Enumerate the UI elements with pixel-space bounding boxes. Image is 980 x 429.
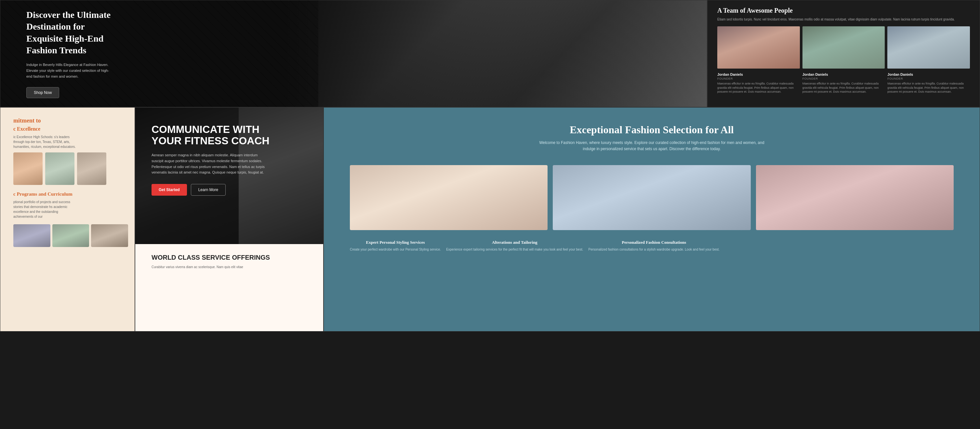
team-member-1-desc: Maecenas efficitur in ante eu fringilla.… [717,81,800,94]
team-member-2-role: FOUNDER [802,77,885,80]
team-photos [717,26,970,68]
fashion-hero-panel: Discover the Ultimate Destination for Ex… [0,0,707,107]
fashion-service-2: Alterations and Tailoring Experience exp… [446,240,583,252]
team-subtitle: Etiam sed lobortis turpis. Nunc vel tinc… [717,17,970,22]
team-member-1: Jordan Daniels FOUNDER Maecenas efficitu… [717,73,800,94]
fashion-service-2-title: Alterations and Tailoring [446,240,583,245]
team-member-1-role: FOUNDER [717,77,800,80]
team-member-3-name: Jordan Daniels [887,73,970,76]
academic-bottom-photos [13,224,128,247]
team-members-row: Jordan Daniels FOUNDER Maecenas efficitu… [717,73,970,94]
fashion-right-panel: Exceptional Fashion Selection for All We… [323,107,980,332]
team-member-2: Jordan Daniels FOUNDER Maecenas efficitu… [802,73,885,94]
fitness-description: Aenean semper magna in nibh aliquam mole… [151,153,269,175]
get-started-button[interactable]: Get Started [151,184,187,195]
fashion-hero-desc: Indulge in Beverly Hills Elegance at Fas… [26,62,111,79]
fitness-bottom: WORLD CLASS SERVICE OFFERINGS Curabitur … [135,244,323,331]
team-member-3-desc: Maecenas efficitur in ante eu fringilla.… [887,81,970,94]
fitness-panel: COMMUNICATE WITH YOUR FITNESS COACH Aene… [135,107,323,332]
fashion-service-2-desc: Experience expert tailoring services for… [446,247,583,252]
team-heading: A Team of Awesome People [717,7,970,14]
team-photo-2 [802,26,885,68]
team-photo-1 [717,26,800,68]
academic-bottom-photo-2 [52,224,89,247]
team-photo-3 [887,26,970,68]
world-class-desc: Curabitur varius viverra diam ac sceleri… [151,265,307,269]
world-class-heading: WORLD CLASS SERVICE OFFERINGS [151,254,307,261]
fashion-service-3-desc: Personalized fashion consultations for a… [588,247,719,252]
team-member-1-name: Jordan Daniels [717,73,800,76]
academic-heading2: c Excellence [13,126,128,132]
academic-photo-2 [45,153,75,185]
team-member-3: Jordan Daniels FOUNDER Maecenas efficitu… [887,73,970,94]
fashion-hero-heading: Discover the Ultimate Destination for Ex… [26,9,118,57]
programs-title: c Programs and Curriculum [13,191,128,197]
fashion-service-3-title: Personalized Fashion Consultations [588,240,719,245]
fashion-service-3: Personalized Fashion Consultations Perso… [588,240,719,252]
academic-text1: ic Excellence High Schools: s's leaders … [13,135,78,149]
academic-panel: mitment to c Excellence ic Excellence Hi… [0,107,135,332]
fashion-services-row: Expert Personal Styling Services Create … [350,240,954,252]
academic-photos-row [13,153,128,185]
team-member-2-desc: Maecenas efficitur in ante eu fringilla.… [802,81,885,94]
shop-now-button[interactable]: Shop Now [26,87,59,98]
fashion-photo-1 [350,165,547,230]
fashion-photo-3 [756,165,954,230]
fashion-service-1-title: Expert Personal Styling Services [350,240,441,245]
fitness-btn-row: Get Started Learn More [151,184,307,195]
fashion-photos-row [350,165,954,230]
academic-bottom-photo-1 [13,224,50,247]
team-member-3-role: FOUNDER [887,77,970,80]
learn-more-fitness-button[interactable]: Learn More [191,184,226,195]
team-member-2-name: Jordan Daniels [802,73,885,76]
fashion-service-1: Expert Personal Styling Services Create … [350,240,441,252]
academic-bottom-photo-3 [91,224,128,247]
academic-photo-1 [13,153,43,185]
fashion-right-heading: Exceptional Fashion Selection for All [350,124,954,136]
fitness-heading: COMMUNICATE WITH YOUR FITNESS COACH [151,124,275,146]
academic-heading1: mitment to [13,117,128,124]
academic-photo-3 [77,153,106,185]
team-panel: A Team of Awesome People Etiam sed lobor… [707,0,980,107]
fitness-top: COMMUNICATE WITH YOUR FITNESS COACH Aene… [135,108,323,244]
fashion-service-1-desc: Create your perfect wardrobe with our Pe… [350,247,441,252]
programs-text: ptional portfolio of projects and succes… [13,200,78,219]
fashion-photo-2 [553,165,751,230]
fashion-right-desc: Welcome to Fashion Haven, where luxury m… [538,140,766,152]
